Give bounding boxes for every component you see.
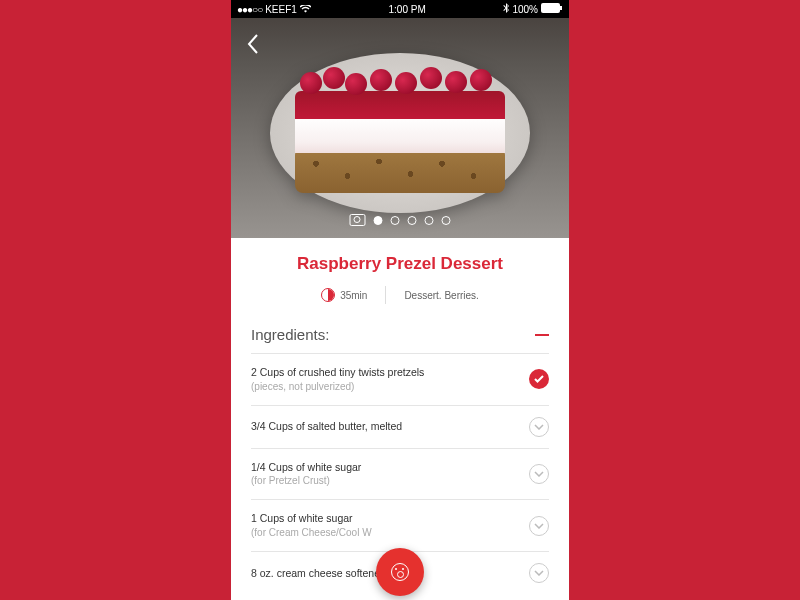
check-toggle[interactable] (529, 516, 549, 536)
ingredient-row[interactable]: 3/4 Cups of salted butter, melted (251, 405, 549, 448)
hero-image (231, 18, 569, 238)
status-bar: ●●●○○ KEEF1 1:00 PM 100% (231, 0, 569, 18)
signal-icon: ●●●○○ (237, 4, 262, 15)
pager-dot[interactable] (391, 216, 400, 225)
bluetooth-icon (503, 3, 509, 15)
camera-icon[interactable] (350, 214, 366, 226)
check-toggle[interactable] (529, 417, 549, 437)
ingredient-text: 3/4 Cups of salted butter, melted (251, 419, 402, 434)
cook-time: 35min (340, 290, 367, 301)
carrier-label: KEEF1 (265, 4, 297, 15)
timer-icon (321, 288, 335, 302)
battery-label: 100% (512, 4, 538, 15)
back-button[interactable] (245, 32, 261, 60)
ingredient-row[interactable]: 1 Cups of white sugar(for Cream Cheese/C… (251, 499, 549, 551)
section-header[interactable]: Ingredients: (251, 326, 549, 343)
ingredient-row[interactable]: 2 Cups of crushed tiny twists pretzels(p… (251, 353, 549, 405)
ingredient-text: 1 Cups of white sugar(for Cream Cheese/C… (251, 511, 372, 540)
svg-rect-1 (560, 6, 562, 10)
photo-pager (350, 214, 451, 226)
recipe-photo (295, 63, 505, 193)
check-toggle[interactable] (529, 369, 549, 389)
battery-icon (541, 3, 563, 15)
clock: 1:00 PM (389, 4, 426, 15)
pager-dot[interactable] (442, 216, 451, 225)
ingredient-text: 2 Cups of crushed tiny twists pretzels(p… (251, 365, 424, 394)
check-toggle[interactable] (529, 563, 549, 583)
section-title: Ingredients: (251, 326, 329, 343)
wifi-icon (300, 4, 311, 15)
svg-rect-0 (541, 3, 560, 13)
ingredient-text: 8 oz. cream cheese softened (251, 566, 386, 581)
recipe-title: Raspberry Prezel Dessert (251, 254, 549, 274)
pager-dot[interactable] (425, 216, 434, 225)
phone-frame: ●●●○○ KEEF1 1:00 PM 100% Raspberry Preze… (231, 0, 569, 600)
recipe-tags: Dessert. Berries. (404, 290, 478, 301)
face-icon (391, 563, 409, 581)
content-area: Raspberry Prezel Dessert 35min Dessert. … (231, 238, 569, 600)
collapse-icon (535, 334, 549, 336)
pager-dot[interactable] (408, 216, 417, 225)
check-toggle[interactable] (529, 464, 549, 484)
ingredient-row[interactable]: 1/4 Cups of white sugar(for Pretzel Crus… (251, 448, 549, 500)
fab-button[interactable] (376, 548, 424, 596)
ingredient-text: 1/4 Cups of white sugar(for Pretzel Crus… (251, 460, 361, 489)
divider (385, 286, 386, 304)
pager-dot[interactable] (374, 216, 383, 225)
recipe-meta: 35min Dessert. Berries. (251, 286, 549, 304)
